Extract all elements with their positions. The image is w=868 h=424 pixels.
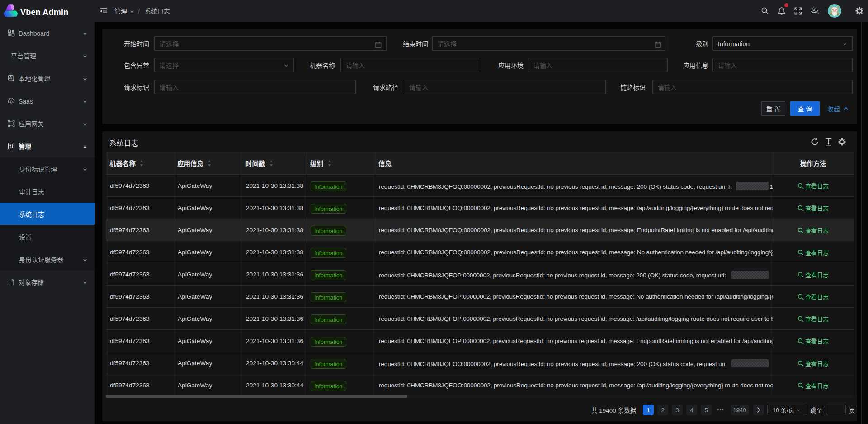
svg-text:A: A (815, 10, 819, 15)
